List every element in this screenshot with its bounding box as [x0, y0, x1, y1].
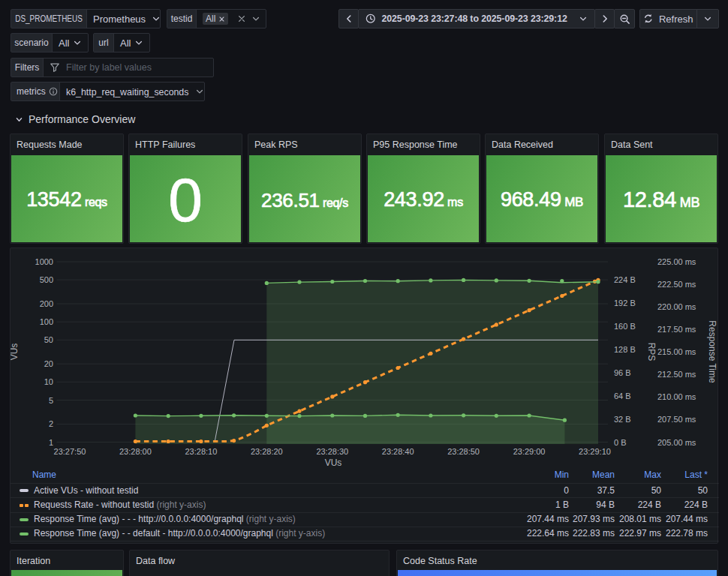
- svg-text:5: 5: [49, 396, 53, 405]
- svg-text:0 B: 0 B: [614, 438, 627, 447]
- svg-text:225.00 ms: 225.00 ms: [657, 257, 696, 266]
- svg-text:212.50 ms: 212.50 ms: [657, 370, 696, 379]
- svg-text:50: 50: [44, 335, 53, 344]
- svg-text:215.00 ms: 215.00 ms: [657, 347, 696, 356]
- svg-text:10: 10: [44, 377, 53, 386]
- svg-text:100: 100: [40, 317, 53, 326]
- svg-text:224 B: 224 B: [614, 275, 636, 284]
- svg-text:VUs: VUs: [325, 458, 342, 467]
- svg-text:23:28:10: 23:28:10: [185, 447, 217, 456]
- svg-text:222.50 ms: 222.50 ms: [657, 280, 696, 289]
- svg-text:23:27:50: 23:27:50: [54, 447, 86, 456]
- svg-text:200: 200: [40, 299, 53, 308]
- svg-text:2: 2: [49, 419, 53, 428]
- svg-text:32 B: 32 B: [614, 415, 631, 424]
- svg-text:160 B: 160 B: [614, 322, 636, 331]
- svg-text:23:29:00: 23:29:00: [513, 447, 546, 456]
- svg-text:217.50 ms: 217.50 ms: [657, 325, 696, 334]
- svg-text:192 B: 192 B: [614, 298, 636, 308]
- svg-text:1: 1: [49, 438, 53, 447]
- svg-text:23:29:10: 23:29:10: [579, 447, 611, 456]
- svg-text:207.50 ms: 207.50 ms: [657, 415, 696, 424]
- svg-text:23:28:50: 23:28:50: [447, 447, 480, 456]
- svg-text:23:28:20: 23:28:20: [251, 447, 283, 456]
- svg-text:220.00 ms: 220.00 ms: [657, 302, 696, 311]
- svg-text:205.00 ms: 205.00 ms: [657, 438, 696, 447]
- svg-text:23:28:00: 23:28:00: [119, 447, 152, 456]
- svg-text:23:28:40: 23:28:40: [382, 447, 414, 456]
- svg-text:VUs: VUs: [11, 344, 20, 361]
- svg-text:RPS: RPS: [646, 343, 657, 362]
- svg-text:96 B: 96 B: [614, 368, 631, 377]
- svg-text:128 B: 128 B: [614, 345, 636, 354]
- svg-text:500: 500: [40, 275, 53, 284]
- svg-text:Response Time: Response Time: [707, 320, 717, 383]
- svg-text:23:28:30: 23:28:30: [316, 447, 348, 456]
- svg-text:1000: 1000: [35, 257, 53, 266]
- svg-text:20: 20: [44, 359, 53, 368]
- svg-text:64 B: 64 B: [614, 392, 631, 400]
- svg-text:210.00 ms: 210.00 ms: [657, 392, 696, 401]
